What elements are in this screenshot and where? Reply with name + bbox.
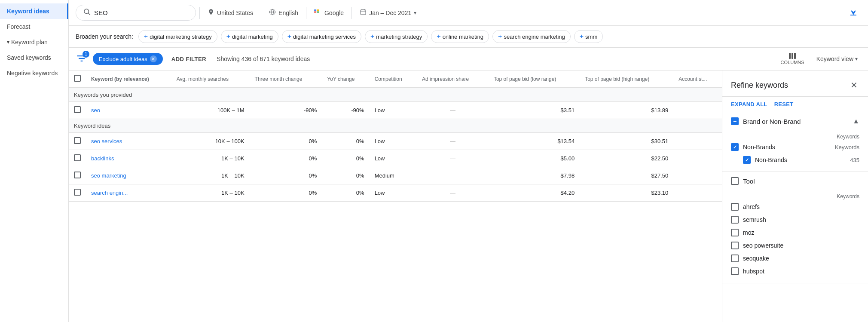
broaden-chip-1[interactable]: + digital marketing [221, 30, 278, 43]
sidebar-item-negative-keywords[interactable]: Negative keywords [0, 65, 68, 81]
col-header-checkbox[interactable] [69, 71, 86, 88]
keyword-cell[interactable]: seo [86, 102, 171, 119]
refine-tool-items: Keywords ahrefs semrush [722, 190, 868, 283]
col-header-account-status[interactable]: Account st... [673, 71, 722, 88]
row-checkbox[interactable] [74, 154, 81, 161]
col-header-avg-monthly[interactable]: Avg. monthly searches [171, 71, 250, 88]
non-brands-label: Non-Brands [755, 156, 787, 163]
language-filter[interactable]: English [265, 6, 303, 19]
col-header-keyword[interactable]: Keyword (by relevance) [86, 71, 171, 88]
plus-icon-2: + [287, 33, 291, 40]
refine-section-brand-title: Brand or Non-Brand [731, 117, 801, 125]
columns-button[interactable]: COLUMNS [777, 51, 808, 67]
section-row-ideas: Keyword ideas [69, 119, 722, 133]
sidebar-forecast-label: Forecast [7, 23, 30, 30]
broaden-chip-2[interactable]: + digital marketing services [282, 30, 361, 43]
broaden-chip-label-3: marketing strategy [376, 34, 422, 40]
date-filter[interactable]: Jan – Dec 2021 ▾ [355, 6, 421, 19]
exclude-close-icon[interactable]: ✕ [150, 55, 157, 62]
location-filter[interactable]: United States [203, 6, 257, 19]
refine-item-ahrefs: ahrefs [731, 200, 859, 213]
row-checkbox-cell[interactable] [69, 150, 86, 167]
row-checkbox[interactable] [74, 189, 81, 196]
col-header-yoy[interactable]: YoY change [322, 71, 369, 88]
row-checkbox-cell[interactable] [69, 184, 86, 202]
reset-button[interactable]: RESET [774, 101, 794, 107]
refine-item-seoquake-left[interactable]: seoquake [731, 255, 769, 262]
yoy-cell: -90% [322, 102, 369, 119]
section-row-provided: Keywords you provided [69, 88, 722, 102]
refine-item-moz-left[interactable]: moz [731, 229, 754, 236]
account-status-cell [673, 133, 722, 150]
sidebar-item-forecast[interactable]: Forecast [0, 19, 68, 34]
exclude-adult-button[interactable]: Exclude adult ideas ✕ [93, 53, 163, 65]
row-checkbox-cell[interactable] [69, 102, 86, 119]
col-header-competition[interactable]: Competition [370, 71, 417, 88]
col-header-top-low[interactable]: Top of page bid (low range) [489, 71, 580, 88]
table-row: seo 100K – 1M -90% -90% Low — $3.51 $13.… [69, 102, 722, 119]
refine-item-ahrefs-left[interactable]: ahrefs [731, 203, 760, 211]
refine-close-button[interactable]: ✕ [849, 78, 859, 92]
semrush-checkbox[interactable] [731, 216, 739, 224]
broaden-chip-5[interactable]: + search engine marketing [492, 30, 571, 43]
search-input[interactable]: SEO [94, 9, 171, 16]
row-checkbox[interactable] [74, 106, 81, 113]
refine-item-non-brands: Non-Brands 435 [731, 153, 859, 166]
keyword-cell[interactable]: seo marketing [86, 167, 171, 184]
refine-item-non-brands-left[interactable]: Non-Brands [731, 143, 775, 151]
avg-monthly-cell: 1K – 10K [171, 150, 250, 167]
keyword-view-button[interactable]: Keyword view ▾ [813, 53, 861, 65]
row-checkbox[interactable] [74, 172, 81, 178]
broaden-chip-6[interactable]: + smm [574, 30, 603, 43]
language-icon [269, 9, 276, 17]
refine-item-hubspot-left[interactable]: hubspot [731, 267, 764, 275]
yoy-cell: 0% [322, 150, 369, 167]
refine-section-tool-header[interactable]: Tool [722, 172, 868, 190]
tool-checkbox[interactable] [731, 177, 739, 185]
topbar-divider-1 [199, 7, 200, 19]
refine-section-tool: Tool Keywords ahrefs [722, 172, 868, 283]
select-all-checkbox[interactable] [74, 75, 81, 82]
refine-section-brand-header[interactable]: Brand or Non-Brand ▲ [722, 112, 868, 130]
top-low-cell: $3.51 [489, 102, 580, 119]
add-filter-button[interactable]: ADD FILTER [168, 54, 210, 64]
col-header-three-month[interactable]: Three month change [250, 71, 322, 88]
expand-all-button[interactable]: EXPAND ALL [731, 101, 767, 107]
refine-item-semrush-left[interactable]: semrush [731, 216, 766, 224]
keyword-cell[interactable]: seo services [86, 133, 171, 150]
table-row: backlinks 1K – 10K 0% 0% Low — $5.00 $22… [69, 150, 722, 167]
broaden-chip-0[interactable]: + digital marketing strategy [138, 30, 217, 43]
col-header-ad-impression[interactable]: Ad impression share [417, 71, 489, 88]
download-button[interactable] [846, 4, 861, 21]
hubspot-checkbox[interactable] [731, 267, 739, 275]
row-checkbox[interactable] [74, 137, 81, 144]
moz-checkbox[interactable] [731, 229, 739, 236]
sidebar-saved-keywords-label: Saved keywords [7, 54, 51, 61]
row-checkbox-cell[interactable] [69, 167, 86, 184]
refine-item-non-brands-value-left[interactable]: Non-Brands [743, 156, 787, 164]
broaden-chip-label-6: smm [585, 34, 597, 40]
chevron-up-icon: ▲ [853, 117, 859, 125]
non-brands-checkbox[interactable] [743, 156, 751, 164]
sidebar-item-keyword-ideas[interactable]: Keyword ideas [0, 3, 68, 19]
seoquake-checkbox[interactable] [731, 255, 739, 262]
seo-powersuite-checkbox[interactable] [731, 242, 739, 249]
broaden-chip-4[interactable]: + online marketing [431, 30, 489, 43]
refine-header: Refine keywords ✕ [722, 71, 868, 97]
sidebar-item-keyword-plan[interactable]: ▾ Keyword plan [0, 34, 68, 50]
three-month-cell: 0% [250, 133, 322, 150]
keyword-cell[interactable]: backlinks [86, 150, 171, 167]
sidebar-item-saved-keywords[interactable]: Saved keywords [0, 50, 68, 65]
ahrefs-checkbox[interactable] [731, 203, 739, 211]
non-brands-partial-checkbox[interactable] [731, 143, 739, 151]
row-checkbox-cell[interactable] [69, 133, 86, 150]
search-box[interactable]: SEO [76, 5, 196, 21]
top-high-cell: $23.10 [580, 184, 673, 202]
col-header-top-high[interactable]: Top of page bid (high range) [580, 71, 673, 88]
refine-tool-col-headers: Keywords [731, 192, 859, 200]
three-month-cell: 0% [250, 167, 322, 184]
keyword-cell[interactable]: search engin... [86, 184, 171, 202]
network-filter[interactable]: Google [310, 7, 348, 19]
refine-item-seo-powersuite-left[interactable]: seo powersuite [731, 242, 783, 249]
broaden-chip-3[interactable]: + marketing strategy [365, 30, 428, 43]
